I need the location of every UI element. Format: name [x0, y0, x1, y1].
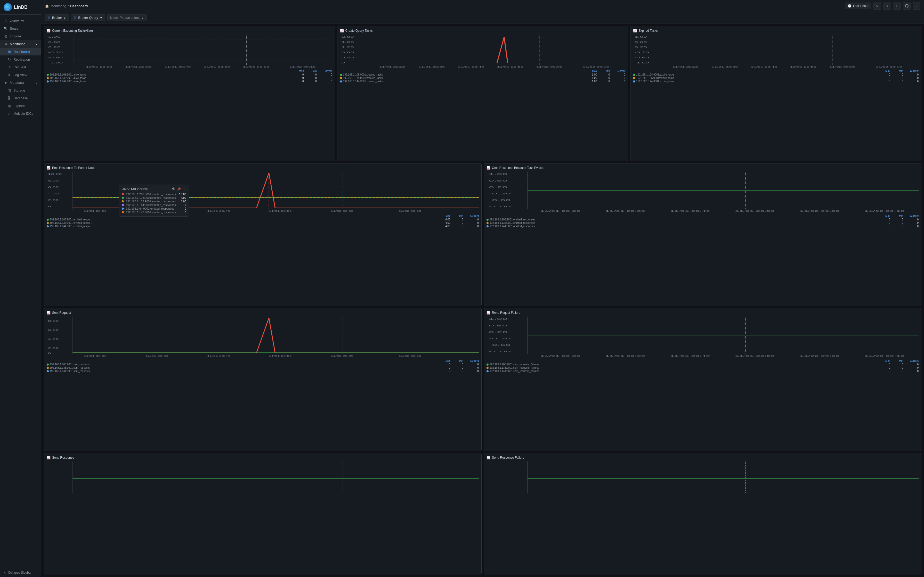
svg-text:11/01 23:20: 11/01 23:20	[540, 210, 580, 212]
legend-row: 192.168.1.135:9001:expire_tasks 000	[633, 77, 919, 79]
svg-text:11/01 23:40: 11/01 23:40	[458, 66, 484, 68]
svg-text:11/02 00:00: 11/02 00:00	[829, 66, 856, 68]
sidebar-item-replication[interactable]: ↻ Replication	[0, 55, 41, 63]
sidebar-item-multipleidcs[interactable]: ⇄ Multiple IDCs	[0, 110, 41, 117]
svg-text:1.00: 1.00	[489, 173, 507, 175]
github-button[interactable]	[903, 2, 911, 10]
chart-title: 📈 Emit Response To Parent Node	[47, 166, 479, 170]
legend-row: 192.168.1.144:9001:expire_tasks 000	[633, 80, 919, 83]
sidebar-item-search[interactable]: 🔍 Search	[0, 24, 41, 32]
chart-title: 📈 Send Response	[47, 456, 479, 459]
svg-text:4.00: 4.00	[48, 338, 59, 340]
sidebar-item-overview[interactable]: ⊞ Overview	[0, 17, 41, 24]
svg-text:11/01 23:50: 11/01 23:50	[269, 355, 291, 357]
sidebar-item-storage[interactable]: ◫ Storage	[0, 86, 41, 94]
svg-text:0.20: 0.20	[635, 46, 647, 48]
sidebar-item-monitoring[interactable]: 🖥 Monitoring ∨	[0, 40, 41, 48]
svg-text:8.00: 8.00	[48, 320, 59, 322]
chart-title: 📈 Omit Response Because Task Evicted	[486, 166, 919, 170]
chart-icon: 📈	[486, 456, 490, 459]
svg-text:11/01 23:40: 11/01 23:40	[670, 355, 710, 357]
chart-area: 1.00 0.60 0.20 -0.20 -0.60 -1.00 11/01 2…	[486, 172, 919, 213]
legend-row: 192.168.1.108:9001:sent_requests_failure…	[486, 363, 919, 366]
sidebar: LinDB ⊞ Overview 🔍 Search ◎ Explore 🖥 Mo…	[0, 0, 41, 577]
broker-chevron-icon: ∨	[63, 16, 66, 19]
sidebar-item-label: Storage	[13, 89, 25, 92]
svg-text:-1.00: -1.00	[635, 61, 649, 64]
legend-row: 192.168.1.144:9001:sent_requests 000	[47, 370, 479, 372]
svg-text:11/01 23:30: 11/01 23:30	[125, 66, 152, 68]
tooltip-row: 192.168.1.64:9001:emitted_responses 0	[122, 207, 186, 210]
broker-label: Broker	[52, 16, 62, 19]
svg-text:-0.60: -0.60	[489, 199, 511, 201]
svg-text:-0.60: -0.60	[48, 56, 63, 59]
sidebar-item-logview[interactable]: ≡ Log View	[0, 71, 41, 79]
legend-row: 192.168.1.108:9001:emitted_respo... 4.00…	[47, 218, 479, 221]
breadcrumb-separator: /	[68, 4, 69, 8]
chart-legend: MaxMinCurrent 192.168.1.108:9001:omitted…	[486, 214, 919, 228]
svg-point-1	[7, 6, 9, 8]
sidebar-item-explore[interactable]: ◎ Explore	[0, 32, 41, 40]
chart-icon: 📈	[47, 311, 50, 314]
legend-row: 192.168.1.144:9001:emitted_respo... 4.00…	[47, 225, 479, 228]
svg-text:2.00: 2.00	[48, 347, 59, 349]
legend-row: 192.168.1.108:9001:omitted_responses 000	[486, 218, 919, 221]
chevron-down-button[interactable]: ∨	[883, 2, 891, 10]
compass-icon: ◎	[3, 34, 8, 38]
svg-text:0.60: 0.60	[489, 324, 507, 327]
broker-filter-button[interactable]: ⊞ Broker ∨	[45, 14, 69, 21]
sidebar-item-explore2[interactable]: ◎ Explore	[0, 102, 41, 110]
chart-icon: 📈	[633, 29, 637, 32]
legend-row: 192.168.1.144:9001:sent_requests_failure…	[486, 370, 919, 372]
sidebar-item-database[interactable]: 🗄 Database	[0, 94, 41, 102]
node-chevron-icon: ∨	[141, 16, 144, 19]
svg-text:11/01 23:30: 11/01 23:30	[418, 66, 445, 68]
chart-title: 📈 Send Response Failure	[486, 456, 919, 459]
logo-text: LinDB	[14, 5, 27, 10]
svg-text:2.00: 2.00	[48, 199, 59, 201]
chart-area: 1.00 0.60 0.20 -0.20 -0.60 -1.00 11/01 2…	[633, 35, 919, 68]
svg-text:0: 0	[48, 205, 51, 208]
time-range-button[interactable]: 🕐 Last 1 hour	[845, 3, 871, 9]
tooltip-search-icon[interactable]: 🔍	[172, 187, 176, 191]
list-icon: ≡	[7, 73, 11, 77]
svg-text:0.80: 0.80	[341, 51, 354, 54]
svg-text:11/02 00:10: 11/02 00:10	[399, 210, 421, 212]
theme-toggle-button[interactable]: ☾	[893, 2, 901, 10]
tooltip-row: 192.168.1.177:9001:emitted_responses 0	[122, 211, 186, 214]
tooltip-pin-icon[interactable]: 📌	[177, 187, 181, 191]
help-button[interactable]: ?	[913, 2, 921, 10]
compass2-icon: ◎	[7, 104, 11, 108]
broker-query-label: Broker Query	[78, 16, 98, 19]
chart-area: 1.00 0.60 0.20 -0.20 -0.60 -1.00	[47, 35, 332, 68]
svg-text:11/01 23:40: 11/01 23:40	[164, 66, 191, 68]
svg-text:11/02 00:00: 11/02 00:00	[243, 66, 269, 68]
svg-text:1.20: 1.20	[341, 46, 354, 48]
chart-icon: 📈	[486, 166, 490, 170]
sidebar-item-request[interactable]: ↗ Request	[0, 63, 41, 71]
svg-text:11/01 23:20: 11/01 23:20	[379, 66, 405, 68]
legend-row: 192.168.1.135:9001:sent_requests 000	[47, 366, 479, 369]
sidebar-item-dashboard[interactable]: ⊞ Dashboard	[0, 48, 41, 55]
tooltip-row: 192.168.1.218:9001:emitted_responses 10.…	[122, 193, 186, 196]
chart-icon: 📈	[340, 29, 344, 32]
svg-text:-0.20: -0.20	[489, 337, 511, 340]
broker-query-filter-button[interactable]: ⊞ Broker Query ∨	[71, 14, 105, 21]
refresh-button[interactable]: ↻	[874, 2, 881, 10]
svg-text:11/02 00:00: 11/02 00:00	[800, 210, 840, 212]
tooltip-close-icon[interactable]: ▪	[182, 187, 186, 191]
collapse-sidebar-button[interactable]: ◁ Collapse Sidebar	[3, 571, 37, 574]
svg-text:8.00: 8.00	[48, 179, 59, 182]
svg-text:11/01 23:30: 11/01 23:30	[606, 355, 645, 357]
chart-icon: 📈	[47, 166, 50, 170]
svg-text:10.00: 10.00	[48, 173, 62, 175]
tooltip-row: 192.168.1.135:9001:emitted_responses 4.0…	[122, 200, 186, 203]
svg-text:11/01 23:30: 11/01 23:30	[145, 355, 168, 357]
chart-current-executing-task: 📈 Current Executing Task(Alive) 1.00 0.6…	[44, 26, 335, 161]
svg-text:11/01 23:40: 11/01 23:40	[207, 355, 230, 357]
sidebar-item-metadata[interactable]: ◈ Metadata ∨	[0, 79, 41, 86]
node-filter-button[interactable]: Node Please select ∨	[107, 14, 147, 21]
sidebar-item-label: Metadata	[10, 81, 24, 85]
svg-text:11/02 00:10: 11/02 00:10	[399, 355, 421, 357]
legend-row: 192.168.1.144:9001:alive_tasks 000	[47, 80, 332, 83]
